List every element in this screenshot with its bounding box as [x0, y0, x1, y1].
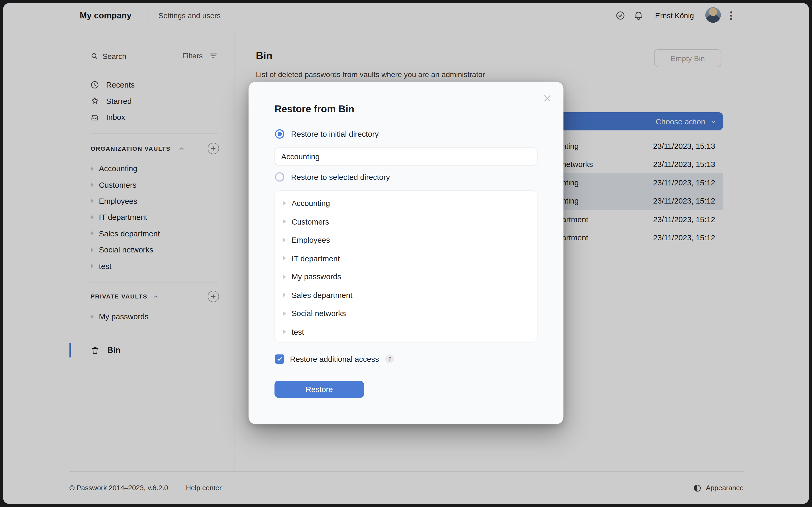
user-name[interactable]: Ernst König — [655, 11, 694, 19]
dialog-title: Restore from Bin — [274, 103, 354, 115]
date-cell: 23/11/2023, 15:13 — [653, 142, 715, 150]
sidebar-vault-accounting[interactable]: Accounting — [91, 160, 220, 177]
vault-cell: artment — [562, 233, 588, 242]
appearance-toggle[interactable]: Appearance — [706, 484, 744, 492]
tree-item-test[interactable]: test — [275, 323, 537, 341]
caret-right-icon — [91, 166, 94, 171]
appearance-icon[interactable] — [693, 484, 702, 495]
clock-icon — [90, 80, 99, 89]
caret-right-icon — [91, 215, 94, 219]
chevron-up-icon[interactable] — [152, 293, 159, 300]
caret-right-icon — [283, 256, 286, 260]
sidebar-vault-customers[interactable]: Customers — [91, 177, 220, 193]
date-cell: 23/11/2023, 15:12 — [653, 196, 715, 205]
caret-right-icon — [91, 248, 94, 252]
vault-label: Employees — [99, 197, 137, 205]
tree-item-it-department[interactable]: IT department — [275, 249, 537, 268]
caret-right-icon — [283, 293, 286, 297]
sidebar-divider — [90, 133, 218, 133]
chevron-down-icon — [710, 118, 717, 127]
screen: My company Settings and users Ernst Köni… — [0, 0, 812, 507]
page-subtitle: List of deleted passwords from vaults wh… — [256, 70, 485, 78]
tree-item-label: IT department — [292, 254, 340, 263]
sidebar-item-inbox[interactable]: Inbox — [90, 109, 219, 125]
sidebar-item-bin[interactable]: Bin — [107, 345, 120, 355]
tree-item-label: Social networks — [292, 309, 346, 318]
vault-label: Sales department — [99, 229, 160, 238]
sidebar-item-recents[interactable]: Recents — [90, 76, 219, 93]
sidebar-vault-my-passwords[interactable]: My passwords — [91, 308, 220, 325]
caret-right-icon — [283, 220, 286, 224]
check-icon — [276, 356, 283, 362]
caret-right-icon — [283, 201, 286, 205]
caret-right-icon — [91, 315, 94, 319]
tree-item-label: Accounting — [292, 199, 330, 208]
tree-item-social-networks[interactable]: Social networks — [275, 304, 537, 323]
date-cell: 23/11/2023, 15:13 — [653, 160, 715, 168]
vault-cell: nting — [562, 142, 579, 150]
tree-item-my-passwords[interactable]: My passwords — [275, 268, 537, 286]
choose-action-label: Choose action — [656, 117, 705, 126]
sidebar-item-label: Recents — [106, 80, 135, 89]
vault-cell: nting — [562, 196, 579, 205]
chevron-up-icon[interactable] — [178, 146, 185, 152]
kebab-icon[interactable] — [728, 10, 734, 21]
tree-item-customers[interactable]: Customers — [275, 213, 537, 231]
question-glyph: ? — [388, 356, 391, 362]
tree-item-label: test — [292, 327, 304, 336]
footer-divider — [69, 471, 744, 472]
add-private-vault-button[interactable] — [208, 291, 219, 302]
restore-additional-access-checkbox[interactable] — [275, 354, 284, 364]
sidebar-vault-it-department[interactable]: IT department — [91, 209, 220, 225]
restore-button-label: Restore — [306, 385, 333, 394]
filters-label[interactable]: Filters — [183, 52, 203, 60]
tree-item-label: My passwords — [292, 272, 341, 281]
inbox-icon — [90, 113, 99, 122]
help-center-link[interactable]: Help center — [186, 484, 221, 492]
avatar[interactable] — [705, 7, 721, 23]
radio-restore-selected[interactable] — [275, 172, 284, 181]
tree-item-accounting[interactable]: Accounting — [275, 194, 537, 213]
tree-item-sales-department[interactable]: Sales department — [275, 286, 537, 304]
caret-right-icon — [283, 275, 286, 279]
vault-cell: networks — [562, 160, 593, 168]
caret-right-icon — [91, 199, 94, 203]
close-icon[interactable] — [543, 94, 552, 105]
directory-input[interactable] — [274, 148, 538, 166]
tree-item-label: Sales department — [292, 291, 352, 299]
sidebar-vault-social-networks[interactable]: Social networks — [91, 242, 220, 258]
plus-icon — [210, 146, 217, 152]
header-divider — [149, 10, 149, 21]
private-vaults-section-title: PRIVATE VAULTS — [91, 293, 147, 300]
check-circle-icon[interactable] — [615, 10, 625, 20]
date-cell: 23/11/2023, 15:12 — [653, 215, 715, 224]
vault-label: Social networks — [99, 245, 153, 254]
caret-right-icon — [283, 312, 286, 316]
sidebar-vault-employees[interactable]: Employees — [91, 193, 220, 209]
search-icon — [90, 52, 99, 60]
company-title: My company — [80, 10, 132, 20]
vault-cell: artment — [562, 215, 588, 224]
filter-icon[interactable] — [209, 51, 218, 60]
caret-right-icon — [91, 264, 94, 268]
page-title: Bin — [256, 50, 272, 62]
vault-label: My passwords — [99, 312, 149, 321]
empty-bin-label: Empty Bin — [671, 54, 705, 62]
sidebar-content-divider — [235, 32, 235, 471]
tree-item-employees[interactable]: Employees — [275, 231, 537, 249]
sidebar-vault-test[interactable]: test — [91, 258, 220, 274]
sidebar-item-starred[interactable]: Starred — [90, 93, 219, 109]
date-cell: 23/11/2023, 15:12 — [653, 233, 715, 242]
sidebar-vault-sales-department[interactable]: Sales department — [91, 225, 220, 242]
question-icon[interactable]: ? — [385, 354, 394, 363]
star-icon — [90, 96, 99, 105]
directory-tree: Accounting Customers Employees IT depart… — [274, 190, 538, 342]
add-org-vault-button[interactable] — [208, 143, 219, 154]
restore-button[interactable]: Restore — [274, 381, 364, 398]
radio-restore-initial[interactable] — [275, 129, 284, 138]
bell-icon[interactable] — [633, 10, 644, 20]
caret-right-icon — [91, 183, 94, 187]
empty-bin-button[interactable]: Empty Bin — [654, 49, 721, 67]
nav-settings-and-users[interactable]: Settings and users — [158, 11, 220, 19]
search-input[interactable] — [102, 50, 176, 63]
